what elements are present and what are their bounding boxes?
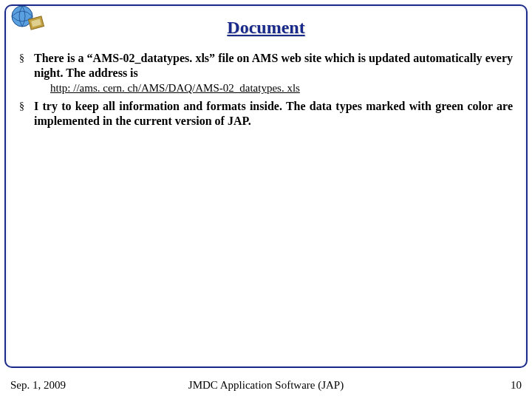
datatypes-link[interactable]: http: //ams. cern. ch/AMS/DAQ/AMS-02_dat… xyxy=(50,82,513,95)
footer-page-number: 10 xyxy=(511,379,522,392)
ams-logo xyxy=(7,1,49,35)
bullet-text: I try to keep all information and format… xyxy=(34,99,513,129)
bullet-text: There is a “AMS-02_datatypes. xls” file … xyxy=(34,51,513,81)
bullet-item: § I try to keep all information and form… xyxy=(19,99,513,129)
footer-date: Sep. 1, 2009 xyxy=(10,379,66,392)
footer: Sep. 1, 2009 JMDC Application Software (… xyxy=(0,379,532,392)
footer-title: JMDC Application Software (JAP) xyxy=(0,379,532,392)
bullet-marker-icon: § xyxy=(19,51,34,81)
slide-frame: Document § There is a “AMS-02_datatypes.… xyxy=(4,4,528,368)
globe-detector-icon xyxy=(7,1,49,35)
bullet-marker-icon: § xyxy=(19,99,34,129)
bullet-item: § There is a “AMS-02_datatypes. xls” fil… xyxy=(19,51,513,81)
content-area: § There is a “AMS-02_datatypes. xls” fil… xyxy=(16,51,516,129)
page-title: Document xyxy=(16,18,516,38)
